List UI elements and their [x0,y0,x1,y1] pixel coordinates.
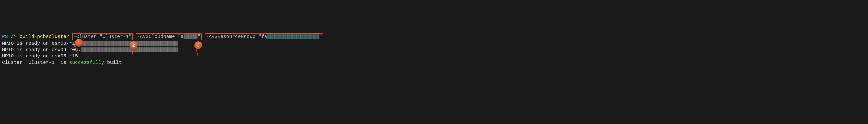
censored-block [81,41,178,46]
param-avscloud-box: -AVSCloudName "a" [136,33,202,40]
param-avsrg-box: -AVSResourceGroup "fa" [205,33,323,40]
success-word: successfully [69,60,104,65]
param-cluster-box: -Cluster "Cluster-1" [72,33,133,40]
param-avsrg-flag: -AVSResourceGroup [206,34,255,39]
param-avsrg-value-prefix: "fa [258,34,267,39]
param-cluster-value: "Cluster-1" [100,34,132,39]
output-line: MPIO is ready on esx05-r15. [2,53,81,59]
param-avscloud-value-prefix: "a [178,34,184,39]
output-line: MPIO is ready on esx03-r14. [2,41,81,46]
terminal-output: PS /> build-pcbscluster -Cluster "Cluste… [0,25,868,124]
cmdlet-name: build-pcbscluster [20,34,69,39]
param-avscloud-flag: -AVSCloudName [137,34,175,39]
prompt-path: /> [11,34,17,39]
final-prefix: Cluster 'Cluster-1' is [2,60,69,65]
callout-number: 2 [132,42,135,48]
censored-block [267,34,319,39]
callout-badge-1: 1 [75,39,83,47]
censored-block [81,47,178,52]
callout-number: 3 [197,42,199,48]
param-avsrg-value-suffix: " [319,34,322,39]
callout-number: 1 [78,40,80,46]
final-suffix: built [104,60,122,65]
param-cluster-flag: -Cluster [73,34,96,39]
callout-badge-2: 2 [130,42,137,49]
output-line: MPIO is ready on esx09-r06. [2,47,81,52]
param-avscloud-value-suffix: " [197,34,200,39]
censored-block [184,34,197,39]
prompt-ps: PS [2,34,8,39]
callout-badge-3: 3 [194,42,202,49]
